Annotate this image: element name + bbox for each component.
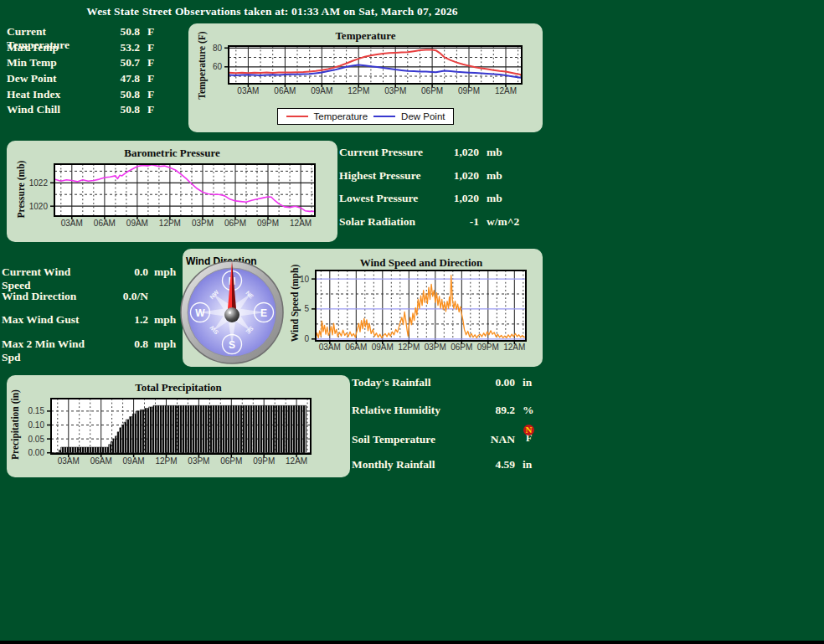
svg-text:12PM: 12PM — [348, 86, 369, 95]
stat-value: 1,020 — [430, 192, 479, 205]
stat-unit: F — [140, 103, 176, 116]
temperature-stats: Current Temperature50.8FMax Temp53.2FMin… — [7, 25, 176, 119]
pressure-stats: Current Pressure1,020mbHighest Pressure1… — [339, 146, 532, 238]
wind-panel: Wind Direction — [183, 249, 543, 367]
stat-label: Today's Rainfall — [352, 376, 463, 389]
stat-value: 47.8 — [103, 72, 140, 85]
weather-page: West State Street Observations taken at:… — [0, 0, 824, 644]
wind-y-axis-label: Wind Speed (mph) — [290, 249, 300, 358]
stat-label: Max Temp — [7, 41, 103, 54]
stat-unit: mb — [479, 192, 532, 205]
temperature-panel: 608003AM06AM09AM12PM03PM06PM09PM12AM Tem… — [188, 23, 543, 132]
stat-unit: F — [140, 25, 176, 39]
svg-text:0: 0 — [304, 334, 309, 343]
stat-unit: mb — [479, 169, 532, 183]
stat-value: 50.7 — [103, 56, 140, 70]
stat-value: 89.2 — [463, 404, 515, 417]
stat-label: Soil Temperature — [352, 433, 463, 446]
svg-text:10: 10 — [300, 275, 310, 284]
stat-row: Heat Index50.8F — [7, 88, 176, 104]
stat-label: Current Pressure — [339, 146, 430, 159]
rain-stats: Today's Rainfall0.00inRelative Humidity8… — [352, 376, 554, 486]
svg-text:09AM: 09AM — [123, 456, 145, 466]
stat-label: Solar Radiation — [339, 215, 430, 229]
legend-label-dew-point: Dew Point — [401, 111, 445, 121]
pressure-panel: 1020102203AM06AM09AM12PM03PM06PM09PM12AM… — [7, 141, 337, 242]
stat-value: 4.59 — [463, 458, 515, 471]
stat-row: Max 2 Min Wind Spd0.8mph — [2, 337, 184, 362]
stat-unit: F — [140, 41, 176, 54]
svg-text:03AM: 03AM — [61, 219, 83, 228]
stat-row: Current Pressure1,020mb — [339, 146, 532, 169]
stat-label: Monthly Rainfall — [352, 458, 463, 471]
stat-row: Monthly Rainfall4.59in — [352, 458, 554, 486]
stat-row: Current Temperature50.8F — [7, 25, 176, 41]
stat-label: Lowest Pressure — [339, 192, 430, 205]
svg-text:0.00: 0.00 — [28, 448, 45, 457]
svg-text:12AM: 12AM — [503, 343, 525, 352]
svg-text:1020: 1020 — [29, 202, 49, 211]
svg-text:03AM: 03AM — [237, 86, 259, 95]
wind-chart-title: Wind Speed and Direction — [300, 256, 543, 270]
svg-text:12PM: 12PM — [159, 219, 181, 228]
stat-row: Highest Pressure1,020mb — [339, 169, 532, 193]
svg-text:06PM: 06PM — [224, 219, 246, 228]
stat-row: Soil TemperatureNANFN — [352, 431, 554, 459]
stat-value: 0.00 — [463, 376, 515, 389]
stat-value: 53.2 — [103, 41, 140, 54]
stat-label: Wind Chill — [7, 103, 103, 116]
stat-unit: in — [515, 458, 554, 471]
stat-row: Wind Direction0.0/N — [2, 290, 184, 314]
precipitation-chart-title: Total Precipitation — [7, 381, 350, 394]
svg-text:03PM: 03PM — [192, 219, 214, 228]
stat-label: Current Wind Speed — [2, 265, 98, 292]
svg-text:06AM: 06AM — [274, 86, 296, 95]
svg-text:09AM: 09AM — [311, 86, 332, 95]
stat-value: 1.2 — [98, 313, 148, 327]
svg-text:12AM: 12AM — [286, 456, 307, 466]
pressure-y-axis-label: Pressure (mb) — [16, 135, 26, 244]
stat-label: Max 2 Min Wind Spd — [2, 337, 98, 364]
stat-value: 1,020 — [430, 146, 479, 159]
svg-text:0.15: 0.15 — [28, 406, 45, 415]
stat-label: Min Temp — [7, 56, 103, 70]
svg-text:09PM: 09PM — [458, 86, 480, 95]
stat-row: Max Temp53.2F — [7, 41, 176, 57]
stat-row: Wind Chill50.8F — [7, 103, 176, 119]
temperature-y-axis-label: Temperature (F) — [197, 11, 207, 120]
stat-value: 50.8 — [103, 25, 140, 39]
svg-text:1022: 1022 — [29, 178, 49, 188]
legend-label-temperature: Temperature — [314, 111, 368, 121]
svg-text:12AM: 12AM — [290, 219, 312, 228]
stat-value: 50.8 — [103, 103, 140, 116]
stat-label: Max Wind Gust — [2, 313, 98, 327]
stat-unit: % — [515, 404, 554, 417]
stat-unit: FN — [515, 431, 554, 446]
svg-text:12PM: 12PM — [398, 343, 420, 352]
page-title: West State Street Observations taken at:… — [0, 5, 544, 18]
stat-value: 0.0/N — [98, 290, 148, 303]
svg-text:06AM: 06AM — [90, 456, 112, 466]
stat-unit: F — [140, 72, 176, 85]
svg-text:03PM: 03PM — [188, 456, 209, 466]
svg-text:06PM: 06PM — [451, 343, 472, 352]
svg-text:0.10: 0.10 — [28, 420, 45, 430]
svg-text:09AM: 09AM — [372, 343, 394, 352]
svg-text:09PM: 09PM — [477, 343, 499, 352]
temperature-series-swatch — [286, 116, 308, 117]
nan-flag-icon: FN — [523, 431, 536, 445]
precipitation-panel: 0.000.050.100.1503AM06AM09AM12PM03PM06PM… — [7, 375, 350, 477]
svg-text:5: 5 — [304, 304, 309, 313]
stat-row: Today's Rainfall0.00in — [352, 376, 554, 404]
svg-text:03PM: 03PM — [425, 343, 446, 352]
svg-text:60: 60 — [213, 62, 223, 71]
svg-text:09PM: 09PM — [253, 456, 275, 466]
bottom-bar — [0, 641, 824, 644]
svg-text:12PM: 12PM — [155, 456, 177, 466]
svg-text:0.05: 0.05 — [28, 435, 45, 444]
stat-row: Dew Point47.8F — [7, 72, 176, 88]
svg-text:06AM: 06AM — [345, 343, 367, 352]
stat-value: 50.8 — [103, 88, 140, 101]
stat-label: Heat Index — [7, 88, 103, 101]
svg-text:03PM: 03PM — [384, 86, 406, 95]
